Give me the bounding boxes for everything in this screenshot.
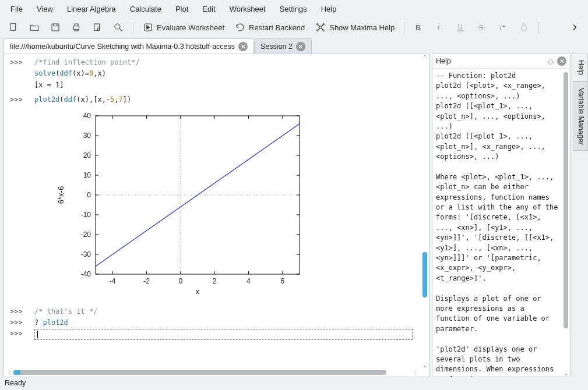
svg-text:x: x [196,287,200,296]
open-file-button[interactable] [27,20,42,34]
svg-text:10: 10 [83,171,91,179]
scroll-thumb-active[interactable] [13,370,20,375]
svg-text:▴: ▴ [503,23,505,27]
close-icon[interactable]: ✕ [296,42,305,51]
evaluate-label: Evaluate Worksheet [157,23,224,32]
code-line[interactable]: /* that's it */ [34,307,97,317]
svg-text:T: T [499,24,503,31]
help-panel: Help ◇ ✕ -- Function: plot2d plot2d (<pl… [432,54,571,377]
svg-rect-3 [94,24,100,30]
menu-plot[interactable]: Plot [168,2,195,16]
prompt: >>> [10,329,26,340]
menu-linalg[interactable]: Linear Algebra [60,2,123,16]
worksheet-panel: >>> /*find inflection point*/ solve(ddf(… [3,54,429,377]
active-input[interactable] [34,329,413,340]
tab-file-label: file:///home/kubuntu/Curve Sketching wit… [10,42,235,51]
prompt: >>> [10,318,26,328]
menu-worksheet[interactable]: Worksheet [223,2,273,16]
vertical-scrollbar[interactable]: ⌃ ⌄ [421,54,429,368]
scroll-down-icon[interactable]: ⌄ [422,362,428,368]
prompt: >>> [10,307,26,317]
svg-text:-30: -30 [81,250,91,258]
tab-file[interactable]: file:///home/kubuntu/Curve Sketching wit… [3,38,254,54]
worksheet[interactable]: >>> /*find inflection point*/ solve(ddf(… [4,54,429,377]
print-button[interactable] [69,20,84,34]
new-file-button[interactable] [6,20,21,34]
menu-file[interactable]: File [3,2,30,16]
scroll-thumb[interactable] [13,370,386,375]
tab-session2-label: Session 2 [260,42,293,51]
scroll-thumb[interactable] [564,72,568,328]
svg-text:-2: -2 [143,277,150,285]
preview-button[interactable] [90,20,105,34]
help-content[interactable]: -- Function: plot2d plot2d (<plot>, <x_r… [436,69,562,377]
restart-backend-button[interactable]: Restart Backend [233,20,307,34]
help-title: Help [436,57,544,65]
svg-text:40: 40 [83,112,91,120]
svg-text:-10: -10 [81,211,91,219]
chart: -40-30-20-10010203040-4-20246x6*x-6 [34,107,326,303]
menu-bar: File View Linear Algebra Calculate Plot … [0,0,588,18]
svg-rect-0 [10,23,16,30]
svg-rect-2 [74,26,79,30]
svg-rect-1 [52,24,59,31]
help-header: Help ◇ ✕ [432,54,570,69]
sidetab-variable-manager[interactable]: Variable Manager [573,81,588,151]
color-button[interactable] [516,20,531,34]
side-tabs: Help Variable Manager [573,54,588,377]
code-line[interactable]: solve(ddf(x)=0,x) [34,69,106,79]
toolbar-separator [404,22,404,33]
sidetab-help[interactable]: Help [573,54,588,81]
font-button[interactable]: T▴ [495,20,510,34]
close-icon[interactable]: ✕ [238,42,248,51]
italic-button[interactable]: I [432,20,448,34]
svg-text:20: 20 [83,151,91,159]
show-help-button[interactable]: Show Maxima Help [313,20,397,34]
close-icon[interactable]: ✕ [557,56,566,66]
menu-edit[interactable]: Edit [195,2,222,16]
tab-session2[interactable]: Session 2 ✕ [254,38,312,54]
svg-text:0: 0 [87,191,91,199]
prompt-blank [10,69,26,79]
document-tabs: file:///home/kubuntu/Curve Sketching wit… [0,38,588,54]
scroll-down-icon[interactable]: ⌄ [563,370,569,377]
svg-text:2: 2 [213,277,217,285]
prompt: >>> [10,95,26,105]
plot-output: -40-30-20-10010203040-4-20246x6*x-6 [34,107,423,303]
svg-text:30: 30 [83,132,91,140]
underline-button[interactable]: U [453,20,469,34]
showhelp-label: Show Maxima Help [329,23,395,32]
svg-text:0: 0 [178,277,182,285]
bold-button[interactable]: B [411,20,427,34]
toolbar-separator [538,22,539,33]
search-button[interactable] [111,20,126,34]
status-bar: Ready [0,377,588,390]
toolbar-separator [133,22,133,33]
horizontal-scrollbar[interactable]: 〈 〉 [4,368,421,377]
svg-text:-4: -4 [110,277,116,285]
status-text: Ready [5,379,26,387]
overflow-button[interactable] [567,20,582,34]
restart-label: Restart Backend [249,23,305,32]
scroll-thumb[interactable] [422,252,427,297]
menu-settings[interactable]: Settings [273,2,314,16]
svg-text:I: I [438,23,440,32]
svg-text:B: B [416,23,421,32]
menu-calculate[interactable]: Calculate [123,2,168,16]
help-scrollbar[interactable]: ⌄ [562,69,570,377]
scroll-up-icon[interactable]: ⌃ [422,54,428,61]
code-line[interactable]: /*find inflection point*/ [34,58,140,68]
float-icon[interactable]: ◇ [548,57,554,66]
evaluate-worksheet-button[interactable]: Evaluate Worksheet [140,20,227,34]
scroll-left-icon[interactable]: 〈 [5,369,11,377]
menu-view[interactable]: View [30,2,60,16]
save-button[interactable] [48,20,63,34]
code-line[interactable]: plot2d(ddf(x),[x,-5,7]) [34,95,131,105]
strike-button[interactable]: S [474,20,490,34]
svg-text:-40: -40 [81,270,91,278]
toolbar: Evaluate Worksheet Restart Backend Show … [0,18,588,38]
code-line[interactable]: ? plot2d [34,318,68,328]
svg-point-5 [115,24,120,29]
scroll-right-icon[interactable]: 〉 [414,369,420,377]
menu-help[interactable]: Help [314,2,344,16]
